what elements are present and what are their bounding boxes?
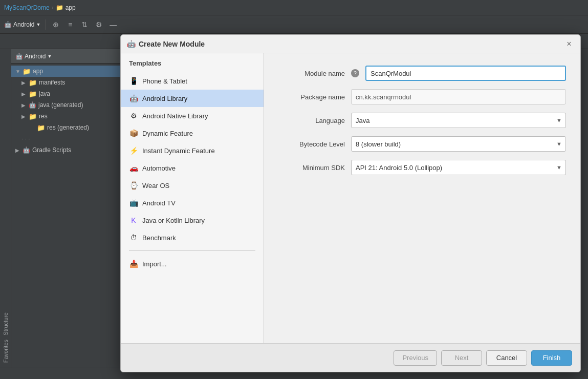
min-sdk-label: Minimum SDK	[278, 164, 345, 172]
dialog-close-button[interactable]: ×	[564, 39, 574, 49]
arrow-java: ▶	[21, 91, 27, 97]
tree-label-java: java	[39, 90, 50, 97]
package-name-input[interactable]	[351, 89, 566, 104]
min-sdk-select-wrapper: API 21: Android 5.0 (Lollipop) API 24: A…	[351, 160, 566, 175]
language-row: Language Java Kotlin ▼	[278, 113, 566, 128]
dialog-title: 🤖 Create New Module	[127, 40, 205, 48]
dialog-android-icon: 🤖	[127, 40, 136, 48]
tree-item-res-generated[interactable]: 📁 res (generated)	[11, 122, 121, 133]
module-name-input[interactable]	[365, 66, 566, 81]
template-android-tv[interactable]: 📺 Android TV	[121, 194, 264, 212]
add-toolbar-icon[interactable]: ⊕	[49, 18, 62, 31]
toolbar: 🤖 Android ▼ ⊕ ≡ ⇅ ⚙ —	[0, 15, 588, 34]
align-toolbar-icon[interactable]: ⇅	[78, 18, 91, 31]
folder-icon-java-generated: 🤖	[29, 101, 36, 109]
template-kotlin-library-label: Java or Kotlin Library	[142, 217, 205, 224]
next-button[interactable]: Next	[441, 350, 482, 366]
package-name-row: Package name	[278, 89, 566, 104]
module-name-row: Module name ?	[278, 66, 566, 81]
android-icon: 🤖	[4, 21, 12, 28]
template-instant-dynamic[interactable]: ⚡ Instant Dynamic Feature	[121, 142, 264, 159]
module-name-help[interactable]: ?	[351, 69, 359, 77]
cancel-button[interactable]: Cancel	[486, 350, 527, 366]
dropdown-arrow: ▼	[36, 22, 40, 27]
min-sdk-select[interactable]: API 21: Android 5.0 (Lollipop) API 24: A…	[351, 160, 566, 175]
android-dropdown[interactable]: 🤖 Android ▼	[2, 21, 42, 28]
breadcrumb-project[interactable]: MyScanQrDome	[4, 4, 50, 11]
arrow-manifests: ▶	[21, 80, 27, 86]
tree-item-manifests[interactable]: ▶ 📁 manifests	[11, 77, 121, 88]
template-android-library[interactable]: 🤖 Android Library	[121, 90, 264, 107]
wear-os-icon: ⌚	[129, 181, 138, 190]
template-instant-dynamic-label: Instant Dynamic Feature	[142, 147, 215, 155]
structure-label[interactable]: Structure	[3, 312, 9, 335]
templates-label: Templates	[121, 59, 264, 72]
dynamic-feature-icon: 📦	[129, 129, 138, 138]
tree-item-gradle[interactable]: ▶ 🤖 Gradle Scripts	[11, 144, 121, 156]
template-divider	[129, 250, 255, 251]
bytecode-select[interactable]: 8 (slower build) 7 6	[351, 136, 566, 152]
favorites-label[interactable]: Favorites	[3, 340, 9, 363]
min-sdk-row: Minimum SDK API 21: Android 5.0 (Lollipo…	[278, 160, 566, 175]
previous-button[interactable]: Previous	[394, 350, 437, 366]
bytecode-row: Bytecode Level 8 (slower build) 7 6 ▼	[278, 136, 566, 152]
tree-label-res-generated: res (generated)	[47, 124, 89, 131]
settings-toolbar-icon[interactable]: ⚙	[92, 18, 105, 31]
project-header: 🤖 Android ▼	[11, 49, 121, 64]
template-wear-os[interactable]: ⌚ Wear OS	[121, 177, 264, 194]
ide-background: MyScanQrDome › 📁 app 🤖 Android ▼ ⊕ ≡ ⇅ ⚙…	[0, 0, 588, 379]
android-dropdown-label: Android	[25, 53, 46, 60]
top-bar: MyScanQrDome › 📁 app	[0, 0, 588, 15]
tree-label-manifests: manifests	[39, 79, 65, 86]
project-panel: 🤖 Android ▼ ▼ 📁 app ▶ 📁 manifests	[11, 49, 121, 378]
template-kotlin-library[interactable]: K Java or Kotlin Library	[121, 212, 264, 229]
language-select[interactable]: Java Kotlin	[351, 113, 566, 128]
bytecode-select-wrapper: 8 (slower build) 7 6 ▼	[351, 136, 566, 152]
template-wear-os-label: Wear OS	[142, 182, 169, 190]
android-library-icon: 🤖	[129, 94, 138, 103]
sync-toolbar-icon[interactable]: ≡	[63, 18, 77, 31]
template-phone-tablet[interactable]: 📱 Phone & Tablet	[121, 72, 264, 90]
package-name-label: Package name	[278, 93, 345, 101]
minimize-toolbar-icon[interactable]: —	[106, 18, 120, 31]
tree-label-app: app	[33, 68, 43, 75]
template-benchmark[interactable]: ⏱ Benchmark	[121, 229, 264, 246]
kotlin-library-icon: K	[129, 216, 138, 225]
template-automotive-label: Automotive	[142, 164, 176, 172]
folder-icon-java: 📁	[29, 90, 37, 98]
tree-item-app[interactable]: ▼ 📁 app	[11, 66, 121, 77]
dialog-body: Templates 📱 Phone & Tablet 🤖 Android Lib…	[121, 53, 580, 343]
folder-icon-res-generated: 📁	[37, 124, 45, 132]
tree-label-res: res	[39, 113, 48, 120]
template-android-library-label: Android Library	[142, 95, 187, 102]
templates-panel: Templates 📱 Phone & Tablet 🤖 Android Lib…	[121, 53, 264, 343]
benchmark-icon: ⏱	[129, 233, 138, 242]
arrow-res: ▶	[21, 114, 27, 119]
finish-button[interactable]: Finish	[531, 350, 572, 366]
dialog-footer: Previous Next Cancel Finish	[121, 343, 580, 372]
bytecode-label: Bytecode Level	[278, 140, 345, 148]
template-benchmark-label: Benchmark	[142, 234, 176, 242]
dialog-title-bar: 🤖 Create New Module ×	[121, 35, 580, 53]
android-dropdown-icon: 🤖	[15, 53, 23, 60]
instant-dynamic-icon: ⚡	[129, 146, 138, 155]
tree-item-java-generated[interactable]: ▶ 🤖 java (generated)	[11, 99, 121, 111]
template-dynamic-feature[interactable]: 📦 Dynamic Feature	[121, 124, 264, 142]
folder-icon-manifests: 📁	[29, 79, 37, 87]
project-tree: ▼ 📁 app ▶ 📁 manifests ▶ 📁 java	[11, 64, 121, 378]
tree-dots: · · ·	[11, 133, 121, 144]
breadcrumb: MyScanQrDome › 📁 app	[4, 4, 76, 11]
template-native-library[interactable]: ⚙ Android Native Library	[121, 107, 264, 124]
language-select-wrapper: Java Kotlin ▼	[351, 113, 566, 128]
tree-label-gradle: Gradle Scripts	[32, 146, 71, 154]
automotive-icon: 🚗	[129, 163, 138, 173]
arrow-gradle: ▶	[15, 148, 20, 153]
tree-item-java[interactable]: ▶ 📁 java	[11, 88, 121, 99]
native-library-icon: ⚙	[129, 111, 138, 120]
template-import[interactable]: 📥 Import...	[121, 255, 264, 272]
template-automotive[interactable]: 🚗 Automotive	[121, 159, 264, 177]
tree-item-res[interactable]: ▶ 📁 res	[11, 111, 121, 122]
breadcrumb-app[interactable]: app	[66, 4, 76, 11]
project-android-dropdown[interactable]: 🤖 Android ▼	[15, 53, 52, 60]
template-android-tv-label: Android TV	[142, 199, 176, 207]
